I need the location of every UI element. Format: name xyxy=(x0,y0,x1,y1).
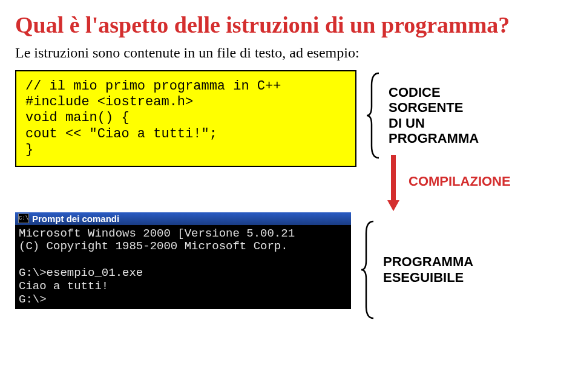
terminal-line: Microsoft Windows 2000 [Versione 5.00.21 xyxy=(19,227,295,240)
curly-brace-icon xyxy=(360,218,378,321)
terminal-line: G:\> xyxy=(19,293,47,306)
code-line: #include <iostream.h> xyxy=(25,94,193,109)
source-code-label: CODICE SORGENTE DI UN PROGRAMMA xyxy=(389,85,479,146)
terminal-titlebar: C:\ Prompt dei comandi xyxy=(15,212,351,225)
code-line: // il mio primo programma in C++ xyxy=(25,79,281,94)
source-code-box: // il mio primo programma in C++ #includ… xyxy=(15,70,356,167)
source-code-label-group: CODICE SORGENTE DI UN PROGRAMMA xyxy=(366,70,479,161)
terminal-line: Ciao a tutti! xyxy=(19,279,108,293)
curly-brace-icon xyxy=(366,70,384,161)
svg-marker-1 xyxy=(387,200,399,211)
lower-content: C:\ Prompt dei comandi Microsoft Windows… xyxy=(15,176,566,345)
code-line: } xyxy=(25,142,33,157)
slide-subtitle: Le istruzioni sono contenute in un file … xyxy=(15,45,566,61)
terminal-title: Prompt dei comandi xyxy=(32,214,119,224)
compilation-label: COMPILAZIONE xyxy=(409,174,511,189)
terminal-window: C:\ Prompt dei comandi Microsoft Windows… xyxy=(15,212,351,309)
code-line: void main() { xyxy=(25,110,130,125)
executable-label: PROGRAMMA ESEGUIBILE xyxy=(383,254,473,285)
terminal-line: (C) Copyright 1985-2000 Microsoft Corp. xyxy=(19,240,288,253)
terminal-output: Microsoft Windows 2000 [Versione 5.00.21… xyxy=(15,225,351,309)
terminal-line: G:\>esempio_01.exe xyxy=(19,266,143,279)
executable-label-group: PROGRAMMA ESEGUIBILE xyxy=(360,218,473,321)
code-line: cout << "Ciao a tutti!"; xyxy=(25,126,217,142)
slide-title: Qual è l'aspetto delle istruzioni di un … xyxy=(15,12,566,39)
arrow-down-icon xyxy=(384,152,402,212)
terminal-icon: C:\ xyxy=(18,214,29,223)
